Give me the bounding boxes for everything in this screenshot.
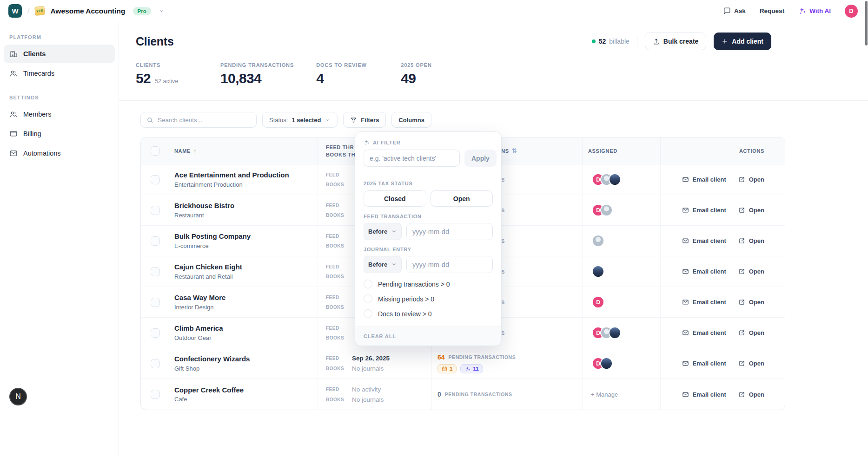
row-checkbox[interactable] (151, 236, 160, 246)
client-industry: Gift Shop (174, 365, 250, 372)
status-filter-dropdown[interactable]: Status: 1 selected (262, 112, 338, 128)
row-checkbox[interactable] (151, 298, 160, 307)
client-name[interactable]: Bulk Posting Company (174, 232, 251, 241)
client-name[interactable]: Casa Way More (174, 294, 225, 302)
row-checkbox[interactable] (151, 206, 160, 215)
open-button[interactable]: Open (738, 329, 764, 336)
workspace-name[interactable]: Awesome Accounting (50, 7, 125, 15)
add-client-label: Add client (732, 38, 763, 45)
sidebar-item-members[interactable]: Members (4, 105, 115, 124)
open-button[interactable]: Open (738, 360, 764, 367)
open-button[interactable]: Open (738, 176, 764, 183)
avatar[interactable]: D (592, 296, 604, 308)
columns-button[interactable]: Columns (391, 112, 431, 128)
open-button[interactable]: Open (738, 268, 764, 275)
open-button[interactable]: Open (738, 207, 764, 214)
workspace-logo[interactable]: W (8, 4, 22, 18)
feed-date-input[interactable] (406, 223, 493, 240)
client-industry: Entertainment Production (174, 181, 289, 188)
journal-before-select[interactable]: Before (364, 256, 402, 273)
tax-open-button[interactable]: Open (431, 190, 493, 207)
open-button[interactable]: Open (738, 237, 764, 244)
users-icon (9, 110, 18, 118)
status-label: Status: (269, 117, 288, 124)
books-value: No journals (352, 396, 384, 403)
filter-checkbox-docs-to-review-0[interactable]: Docs to review > 0 (364, 309, 493, 318)
client-name[interactable]: Brickhouse Bistro (174, 202, 234, 210)
clear-all-button[interactable]: CLEAR ALL (355, 326, 501, 346)
stat-label: DOCS TO REVIEW (316, 62, 378, 68)
header-checkbox-cell (141, 137, 170, 164)
bulk-create-label: Bulk create (663, 38, 698, 45)
stat-pending-transactions: PENDING TRANSACTIONS10,834 (220, 62, 294, 86)
calendar-badge[interactable]: 1 (437, 364, 457, 373)
books-value: No journals (352, 365, 390, 372)
avatar[interactable] (609, 326, 621, 339)
client-industry: Restaurant and Retail (174, 273, 242, 280)
add-client-button[interactable]: Add client (714, 33, 771, 50)
sidebar-item-timecards[interactable]: Timecards (4, 64, 115, 83)
journal-date-input[interactable] (406, 256, 493, 273)
feed-before-select[interactable]: Before (364, 223, 402, 240)
request-button[interactable]: Request (760, 7, 784, 14)
client-name[interactable]: Ace Entertainment and Production (174, 171, 289, 180)
mail-icon (682, 268, 689, 275)
avatar[interactable] (600, 204, 613, 216)
email-client-button[interactable]: Email client (682, 268, 726, 275)
row-checkbox[interactable] (151, 328, 160, 338)
mail-icon (9, 149, 18, 157)
user-avatar[interactable]: D (845, 5, 858, 18)
client-name[interactable]: Copper Creek Coffee (174, 386, 244, 395)
open-button[interactable]: Open (738, 299, 764, 306)
row-checkbox[interactable] (151, 359, 160, 368)
filters-button[interactable]: Filters (343, 112, 386, 128)
email-client-button[interactable]: Email client (682, 176, 726, 183)
client-industry: Restaurant (174, 212, 234, 219)
ask-button[interactable]: Ask (723, 7, 746, 15)
checkbox-icon[interactable] (364, 280, 372, 288)
select-all-checkbox[interactable] (151, 146, 160, 156)
avatar[interactable] (609, 173, 621, 186)
email-client-button[interactable]: Email client (682, 299, 726, 306)
open-button[interactable]: Open (738, 391, 764, 398)
checkbox-icon[interactable] (364, 294, 372, 303)
checkbox-icon[interactable] (364, 309, 372, 318)
search-input[interactable] (158, 117, 251, 124)
bulk-create-button[interactable]: Bulk create (645, 33, 706, 50)
filter-checkbox-missing-periods-0[interactable]: Missing periods > 0 (364, 294, 493, 303)
filters-label: Filters (361, 117, 379, 124)
email-client-button[interactable]: Email client (682, 360, 726, 367)
row-checkbox[interactable] (151, 390, 160, 399)
filter-checkbox-pending-transactions-0[interactable]: Pending transactions > 0 (364, 280, 493, 288)
sidebar-item-billing[interactable]: Billing (4, 124, 115, 143)
email-client-button[interactable]: Email client (682, 391, 726, 398)
avatar[interactable] (600, 357, 613, 370)
external-link-icon (738, 360, 745, 367)
sparkles-badge[interactable]: 11 (460, 364, 483, 373)
client-industry: E-commerce (174, 242, 251, 249)
client-name[interactable]: Climb America (174, 324, 223, 333)
row-checkbox[interactable] (151, 267, 160, 276)
with-ai-button[interactable]: With AI (798, 7, 831, 15)
n-floating-button[interactable]: N (9, 388, 27, 405)
email-client-button[interactable]: Email client (682, 207, 726, 214)
sort-icon: ⇅ (512, 147, 517, 154)
search-icon (146, 117, 153, 124)
email-client-button[interactable]: Email client (682, 237, 726, 244)
scrollbar-thumb[interactable] (865, 1, 868, 46)
avatar[interactable] (592, 265, 604, 278)
client-name[interactable]: Confectionery Wizards (174, 355, 250, 364)
manage-link[interactable]: + Manage (591, 391, 618, 398)
sidebar-item-automations[interactable]: Automations (4, 144, 115, 163)
tax-closed-button[interactable]: Closed (364, 190, 426, 207)
header-name[interactable]: NAME ↑ (170, 137, 318, 164)
row-checkbox[interactable] (151, 175, 160, 184)
client-name[interactable]: Cajun Chicken Eight (174, 263, 242, 272)
ai-filter-input[interactable] (364, 150, 460, 167)
apply-button[interactable]: Apply (464, 150, 497, 167)
avatar[interactable] (592, 235, 604, 247)
external-link-icon (738, 299, 745, 306)
chevron-down-icon[interactable] (159, 8, 165, 14)
email-client-button[interactable]: Email client (682, 329, 726, 336)
sidebar-item-clients[interactable]: Clients (4, 45, 115, 63)
